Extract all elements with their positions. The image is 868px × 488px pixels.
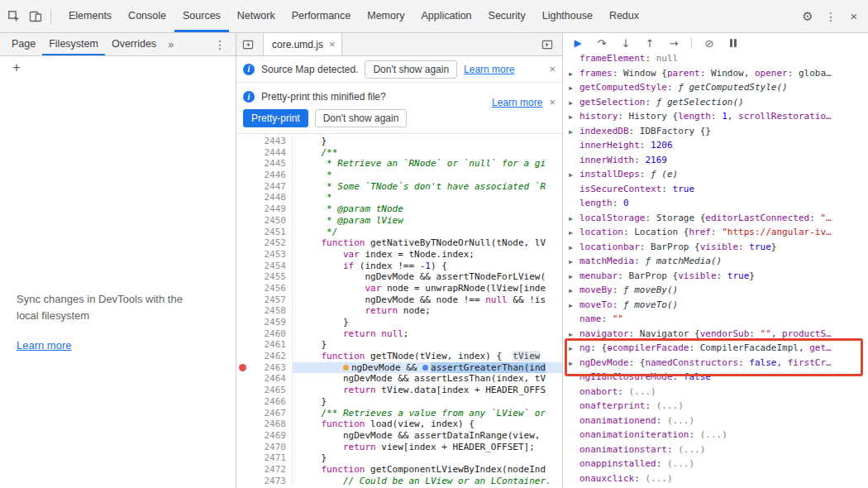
device-toolbar-icon[interactable] — [25, 6, 46, 27]
scope-row-history[interactable]: ▶history: History {length: 1, scrollRest… — [569, 109, 868, 124]
tab-lighthouse[interactable]: Lighthouse — [534, 0, 601, 32]
line-number-gutter[interactable]: 2461 — [236, 339, 293, 351]
scope-row-isSecureContext[interactable]: isSecureContext: true — [569, 182, 868, 197]
scope-row-onafterprint[interactable]: onafterprint: (...) — [569, 399, 868, 414]
inline-breakpoint-blue-icon[interactable] — [422, 365, 428, 371]
scope-row-moveTo[interactable]: ▶moveTo: ƒ moveTo() — [569, 298, 868, 313]
pretty-print-dont-show-button[interactable]: Don't show again — [315, 109, 408, 127]
code-line-2450[interactable]: 2450 * @param lView — [236, 215, 562, 227]
expand-arrow-icon[interactable]: ▶ — [569, 67, 579, 81]
line-number-gutter[interactable]: 2458 — [236, 305, 293, 317]
code-line-2463[interactable]: 2463 ngDevMode && assertGreaterThan(ind — [236, 362, 562, 374]
line-number-gutter[interactable]: 2451 — [236, 227, 293, 238]
line-number-gutter[interactable]: 2471 — [236, 452, 293, 464]
code-line-2467[interactable]: 2467 /** Retrieves a value from any `LVi… — [236, 408, 562, 419]
code-line-2457[interactable]: 2457 ngDevMode && node !== null && !is — [236, 294, 562, 306]
scope-row-innerWidth[interactable]: innerWidth: 2169 — [569, 153, 868, 168]
code-line-2468[interactable]: 2468 function load(view, index) { — [236, 419, 562, 430]
step-over-icon[interactable]: ↷ — [595, 36, 608, 50]
line-number-gutter[interactable]: 2462 — [236, 351, 293, 362]
code-line-2451[interactable]: 2451 */ — [236, 227, 562, 238]
expand-panel-icon[interactable] — [539, 36, 556, 53]
code-line-2462[interactable]: 2462 function getTNode(tView, index) { t… — [236, 351, 562, 362]
code-line-2470[interactable]: 2470 return view[index + HEADER_OFFSET]; — [236, 442, 562, 453]
expand-arrow-icon[interactable]: ▶ — [569, 241, 579, 255]
expand-arrow-icon[interactable]: ▶ — [569, 81, 579, 95]
code-line-2464[interactable]: 2464 ngDevMode && assertLessThan(index, … — [236, 373, 562, 385]
expand-arrow-icon[interactable]: ▶ — [569, 356, 579, 371]
expand-arrow-icon[interactable]: ▶ — [569, 96, 579, 110]
navigator-more-icon[interactable]: ⋮ — [209, 38, 231, 51]
settings-gear-icon[interactable]: ⚙ — [797, 6, 818, 27]
expand-arrow-icon[interactable]: ▶ — [569, 255, 579, 269]
step-out-icon[interactable]: ↑ — [643, 36, 656, 50]
line-number-gutter[interactable]: 2467 — [236, 408, 293, 419]
code-line-2445[interactable]: 2445 * Retrieve an `RNode` or `null` for… — [236, 158, 562, 170]
tab-performance[interactable]: Performance — [284, 0, 360, 32]
add-folder-button[interactable]: + — [7, 58, 26, 78]
scope-row-menubar[interactable]: ▶menubar: BarProp {visible: true} — [569, 269, 868, 284]
code-line-2452[interactable]: 2452 function getNativeByTNodeOrNull(tNo… — [236, 237, 562, 249]
editor-tab-core-umd-js[interactable]: core.umd.js × — [263, 33, 342, 55]
subtab-filesystem[interactable]: Filesystem — [42, 33, 105, 55]
expand-arrow-icon[interactable]: ▶ — [569, 110, 579, 124]
scope-row-moveBy[interactable]: ▶moveBy: ƒ moveBy() — [569, 283, 868, 298]
scope-row-indexedDB[interactable]: ▶indexedDB: IDBFactory {} — [569, 124, 868, 139]
code-line-2460[interactable]: 2460 return null; — [236, 328, 562, 340]
line-number-gutter[interactable]: 2447 — [236, 181, 293, 193]
scope-row-frames[interactable]: ▶frames: Window {parent: Window, opener:… — [569, 66, 868, 81]
tab-console[interactable]: Console — [120, 0, 174, 32]
tab-application[interactable]: Application — [413, 0, 479, 32]
line-number-gutter[interactable]: 2444 — [236, 147, 293, 159]
code-line-2469[interactable]: 2469 ngDevMode && assertDataInRange(view… — [236, 430, 562, 442]
line-number-gutter[interactable]: 2452 — [236, 237, 293, 249]
inline-breakpoint-orange-icon[interactable] — [343, 365, 349, 371]
overflow-tabs-chevron-icon[interactable]: » — [163, 39, 179, 50]
expand-arrow-icon[interactable]: ▶ — [569, 284, 579, 298]
scope-row-ngDevMode[interactable]: ▶ngDevMode: {namedConstructors: false, f… — [569, 356, 868, 371]
scope-row-getComputedStyle[interactable]: ▶getComputedStyle: ƒ getComputedStyle() — [569, 80, 868, 95]
line-number-gutter[interactable]: 2460 — [236, 328, 293, 340]
code-line-2458[interactable]: 2458 return node; — [236, 305, 562, 317]
code-line-2447[interactable]: 2447 * Some `TNode`s don't have associat… — [236, 181, 562, 193]
source-map-dont-show-button[interactable]: Don't show again — [365, 60, 457, 79]
line-number-gutter[interactable]: 2470 — [236, 442, 293, 453]
expand-arrow-icon[interactable]: ▶ — [569, 212, 579, 226]
scope-row-onabort[interactable]: onabort: (...) — [569, 385, 868, 399]
line-number-gutter[interactable]: 2466 — [236, 396, 293, 408]
scope-row-ng[interactable]: ▶ng: {ɵcompilerFacade: CompilerFacadeImp… — [569, 341, 868, 356]
line-number-gutter[interactable]: 2473 — [236, 476, 293, 487]
scope-row-getSelection[interactable]: ▶getSelection: ƒ getSelection() — [569, 95, 868, 110]
line-number-gutter[interactable]: 2443 — [236, 136, 293, 147]
code-line-2453[interactable]: 2453 var index = tNode.index; — [236, 249, 562, 261]
line-number-gutter[interactable]: 2464 — [236, 373, 293, 385]
tab-elements[interactable]: Elements — [60, 0, 120, 32]
code-line-2456[interactable]: 2456 var node = unwrapRNode(lView[inde — [236, 283, 562, 294]
code-line-2465[interactable]: 2465 return tView.data[index + HEADER_OF… — [236, 385, 562, 396]
scope-row-localStorage[interactable]: ▶localStorage: Storage {editorLastConnec… — [569, 211, 868, 226]
close-devtools-icon[interactable]: × — [843, 6, 865, 27]
code-line-2459[interactable]: 2459 } — [236, 317, 562, 328]
scope-row-onanimationstart[interactable]: onanimationstart: (...) — [569, 443, 868, 457]
line-number-gutter[interactable]: 2450 — [236, 215, 293, 227]
expand-arrow-icon[interactable]: ▶ — [569, 168, 579, 182]
line-number-gutter[interactable]: 2446 — [236, 170, 293, 181]
expand-arrow-icon[interactable]: ▶ — [569, 270, 579, 284]
code-line-2471[interactable]: 2471 } — [236, 452, 562, 464]
line-number-gutter[interactable]: 2454 — [236, 261, 293, 272]
scope-row-ngI18nClosureMode[interactable]: ngI18nClosureMode: false — [569, 370, 868, 385]
line-number-gutter[interactable]: 2453 — [236, 249, 293, 261]
expand-arrow-icon[interactable]: ▶ — [569, 299, 579, 313]
scope-row-matchMedia[interactable]: ▶matchMedia: ƒ matchMedia() — [569, 254, 868, 269]
step-icon[interactable]: → — [667, 36, 680, 50]
line-number-gutter[interactable]: 2465 — [236, 385, 293, 396]
line-number-gutter[interactable]: 2459 — [236, 317, 293, 328]
code-line-2446[interactable]: 2446 * — [236, 170, 562, 181]
code-editor[interactable]: 2443 }2444 /**2445 * Retrieve an `RNode`… — [236, 134, 562, 488]
line-number-gutter[interactable]: 2449 — [236, 203, 293, 215]
subtab-page[interactable]: Page — [5, 33, 42, 55]
tab-memory[interactable]: Memory — [359, 0, 413, 32]
code-line-2466[interactable]: 2466 } — [236, 396, 562, 408]
code-line-2455[interactable]: 2455 ngDevMode && assertTNodeForLView( — [236, 271, 562, 283]
scope-row-length[interactable]: length: 0 — [569, 196, 868, 211]
